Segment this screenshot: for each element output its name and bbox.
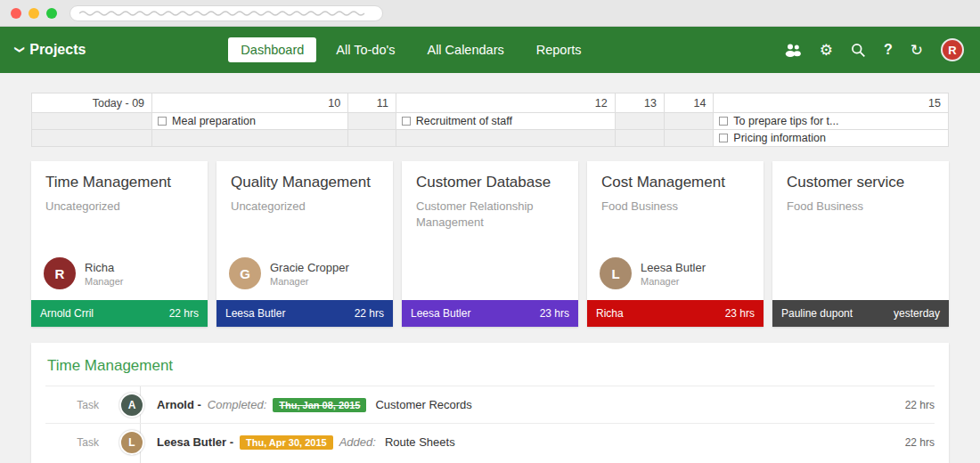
card-footer: Leesa Butler 23 hrs [402,300,578,327]
task-item[interactable]: Route Sheets [385,435,455,449]
task-checkbox[interactable] [719,134,728,142]
footer-hours: 23 hrs [540,307,569,320]
calendar-strip: Today - 09 10 11 12 13 14 15 Meal prepar… [31,93,949,147]
manager-avatar: G [229,257,261,289]
manager-avatar: R [44,257,76,289]
page-content: Today - 09 10 11 12 13 14 15 Meal prepar… [0,73,980,463]
tab-reports[interactable]: Reports [524,37,594,62]
manager-role: Manager [270,276,349,287]
assignee-name[interactable]: Leesa Butler - [157,435,233,449]
chevron-down-icon: ❯ [14,45,26,53]
card-footer: Richa 23 hrs [587,300,764,327]
calendar-cell [152,130,348,147]
footer-assignee: Arnold Crril [40,307,94,320]
footer-hours: 23 hrs [725,307,755,320]
calendar-day-header: 14 [664,93,713,113]
calendar-cell [348,113,396,130]
manager-block: L Leesa Butler Manager [587,257,764,300]
refresh-icon[interactable]: ↻ [911,43,923,58]
project-card-cost-management[interactable]: Cost Management Food Business L Leesa Bu… [587,161,764,327]
footer-hours: 22 hrs [169,307,199,320]
task-hours: 22 hrs [905,436,935,449]
calendar-cell [396,130,615,147]
url-squiggle [79,10,373,17]
calendar-task-row: Pricing information [32,130,949,147]
footer-assignee: Leesa Butler [225,307,285,320]
task-row: Task A Arnold - Completed: Thu, Jan 08, … [45,386,935,423]
manager-name: Gracie Cropper [270,261,349,274]
calendar-day-header: 10 [152,93,348,113]
project-card-customer-service[interactable]: Customer service Food Business Pauline d… [772,161,949,327]
calendar-cell: Recruitment of staff [396,113,615,130]
manager-name: Leesa Butler [641,261,706,274]
manager-avatar: L [600,257,632,289]
url-bar[interactable] [69,5,383,21]
footer-hours: 22 hrs [355,307,384,320]
calendar-cell [664,113,713,130]
footer-hours: yesterday [894,307,940,320]
project-card-quality-management[interactable]: Quality Management Uncategorized G Graci… [216,161,393,327]
user-avatar[interactable]: R [941,38,964,61]
task-hours: 22 hrs [905,399,935,411]
calendar-day-header: 13 [615,93,664,113]
project-card-time-management[interactable]: Time Management Uncategorized R Richa Ma… [31,161,208,327]
card-title: Time Management [31,161,208,191]
calendar-cell [615,130,664,147]
footer-assignee: Leesa Butler [411,307,470,320]
gear-icon[interactable]: ⚙ [820,43,833,58]
calendar-cell [32,113,152,130]
card-title: Customer service [772,161,949,191]
card-category: Customer Relationship Management [402,191,578,230]
card-footer: Leesa Butler 22 hrs [216,300,393,327]
project-card-customer-database[interactable]: Customer Database Customer Relationship … [402,161,578,327]
manager-role: Manager [85,276,123,287]
calendar-day-header: 11 [348,93,396,113]
calendar-cell [664,130,713,147]
maximize-window-button[interactable] [46,8,57,19]
nav-tabs: Dashboard All To-do's All Calendars Repo… [228,37,593,62]
task-checkbox[interactable] [402,117,411,126]
project-cards: Time Management Uncategorized R Richa Ma… [31,161,949,327]
manager-name: Richa [85,261,123,274]
calendar-cell: Meal preparation [152,113,348,130]
minimize-window-button[interactable] [29,8,39,19]
assignee-name[interactable]: Arnold - [157,398,201,411]
calendar-task[interactable]: Pricing information [733,132,826,144]
task-panel: Time Management Task A Arnold - Complete… [31,343,949,463]
task-checkbox[interactable] [158,117,167,126]
card-category: Food Business [587,191,764,215]
card-title: Customer Database [402,161,578,191]
search-icon[interactable] [851,43,866,58]
tab-all-calendars[interactable]: All Calendars [414,37,516,62]
calendar-task[interactable]: To prepare tips for t... [733,115,838,127]
calendar-task-row: Meal preparation Recruitment of staff To… [32,113,949,130]
card-category: Food Business [772,191,949,215]
due-date-badge: Thu, Jan 08, 2015 [273,398,366,412]
calendar-header-row: Today - 09 10 11 12 13 14 15 [32,93,949,113]
card-title: Cost Management [587,161,764,191]
calendar-task[interactable]: Meal preparation [172,115,256,127]
task-status: Added: [339,435,376,449]
card-footer: Pauline dupont yesterday [772,300,949,327]
main-navbar: ❯ Projects Dashboard All To-do's All Cal… [0,27,980,73]
calendar-cell [348,130,396,147]
projects-menu[interactable]: ❯ Projects [16,42,86,58]
footer-assignee: Pauline dupont [781,307,853,320]
people-icon[interactable] [784,43,802,57]
calendar-cell [32,130,152,147]
due-date-badge: Thu, Apr 30, 2015 [240,435,333,450]
window-controls [11,8,57,19]
task-status: Completed: [208,398,266,411]
task-type-label: Task [45,399,99,411]
calendar-day-header: Today - 09 [32,93,152,113]
calendar-day-header: 12 [396,93,615,113]
task-item[interactable]: Customer Records [375,398,471,411]
tab-all-todos[interactable]: All To-do's [323,37,407,62]
close-window-button[interactable] [11,8,21,19]
calendar-task[interactable]: Recruitment of staff [416,115,512,127]
tab-dashboard[interactable]: Dashboard [228,37,316,62]
help-icon[interactable]: ? [884,43,893,57]
card-footer: Arnold Crril 22 hrs [31,300,208,327]
card-title: Quality Management [216,161,393,191]
task-checkbox[interactable] [719,117,728,126]
